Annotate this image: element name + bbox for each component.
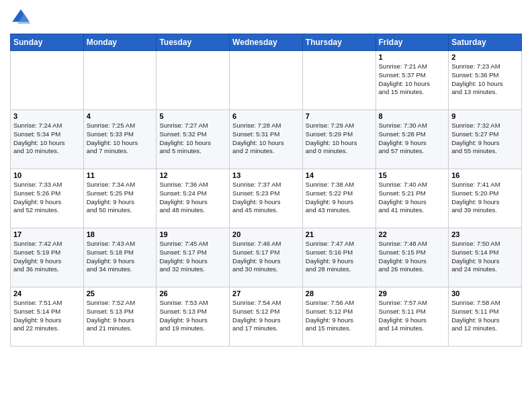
day-info: Sunrise: 7:28 AM Sunset: 5:31 PM Dayligh… [232,122,300,156]
day-cell: 7Sunrise: 7:29 AM Sunset: 5:29 PM Daylig… [302,110,375,169]
day-number: 26 [159,289,226,298]
day-cell: 15Sunrise: 7:40 AM Sunset: 5:21 PM Dayli… [375,169,449,228]
day-info: Sunrise: 7:52 AM Sunset: 5:13 PM Dayligh… [87,299,154,333]
day-info: Sunrise: 7:50 AM Sunset: 5:14 PM Dayligh… [451,240,519,274]
day-cell: 6Sunrise: 7:28 AM Sunset: 5:31 PM Daylig… [230,110,303,169]
day-number: 16 [451,171,519,179]
day-cell: 13Sunrise: 7:37 AM Sunset: 5:23 PM Dayli… [230,169,303,228]
day-info: Sunrise: 7:33 AM Sunset: 5:26 PM Dayligh… [13,181,81,215]
day-cell [11,51,84,110]
col-header-wednesday: Wednesday [230,34,303,51]
col-header-monday: Monday [83,34,157,51]
day-number: 27 [232,289,300,298]
day-number: 9 [451,112,519,120]
day-cell: 17Sunrise: 7:42 AM Sunset: 5:19 PM Dayli… [11,228,84,287]
day-cell: 27Sunrise: 7:54 AM Sunset: 5:12 PM Dayli… [230,287,303,347]
day-number: 3 [13,112,81,120]
day-cell: 2Sunrise: 7:23 AM Sunset: 5:36 PM Daylig… [449,51,522,110]
week-row-5: 24Sunrise: 7:51 AM Sunset: 5:14 PM Dayli… [11,287,522,347]
day-number: 22 [379,230,446,238]
day-info: Sunrise: 7:42 AM Sunset: 5:19 PM Dayligh… [13,240,81,274]
header [10,7,522,28]
day-number: 28 [306,289,373,298]
day-info: Sunrise: 7:41 AM Sunset: 5:20 PM Dayligh… [451,181,519,215]
day-info: Sunrise: 7:37 AM Sunset: 5:23 PM Dayligh… [232,181,300,215]
day-info: Sunrise: 7:23 AM Sunset: 5:36 PM Dayligh… [451,62,519,97]
day-number: 24 [13,289,81,298]
day-info: Sunrise: 7:46 AM Sunset: 5:17 PM Dayligh… [232,240,300,274]
day-number: 11 [87,171,154,179]
day-number: 6 [232,112,300,120]
day-info: Sunrise: 7:40 AM Sunset: 5:21 PM Dayligh… [379,181,446,215]
day-cell: 18Sunrise: 7:43 AM Sunset: 5:18 PM Dayli… [83,228,157,287]
day-info: Sunrise: 7:48 AM Sunset: 5:15 PM Dayligh… [379,240,446,274]
day-info: Sunrise: 7:27 AM Sunset: 5:32 PM Dayligh… [159,122,226,156]
day-number: 30 [451,289,519,298]
day-cell: 1Sunrise: 7:21 AM Sunset: 5:37 PM Daylig… [375,51,449,110]
day-info: Sunrise: 7:58 AM Sunset: 5:11 PM Dayligh… [451,299,519,333]
day-number: 7 [306,112,373,120]
day-info: Sunrise: 7:43 AM Sunset: 5:18 PM Dayligh… [87,240,154,274]
day-info: Sunrise: 7:53 AM Sunset: 5:13 PM Dayligh… [159,299,226,333]
day-number: 19 [159,230,226,238]
day-number: 15 [379,171,446,179]
day-cell: 12Sunrise: 7:36 AM Sunset: 5:24 PM Dayli… [157,169,230,228]
day-number: 21 [306,230,373,238]
day-info: Sunrise: 7:45 AM Sunset: 5:17 PM Dayligh… [159,240,226,274]
day-number: 5 [159,112,226,120]
day-info: Sunrise: 7:24 AM Sunset: 5:34 PM Dayligh… [13,122,81,156]
day-info: Sunrise: 7:38 AM Sunset: 5:22 PM Dayligh… [306,181,373,215]
day-cell: 21Sunrise: 7:47 AM Sunset: 5:16 PM Dayli… [302,228,375,287]
day-number: 23 [451,230,519,238]
day-cell: 9Sunrise: 7:32 AM Sunset: 5:27 PM Daylig… [449,110,522,169]
day-info: Sunrise: 7:36 AM Sunset: 5:24 PM Dayligh… [159,181,226,215]
col-header-tuesday: Tuesday [157,34,230,51]
day-cell: 8Sunrise: 7:30 AM Sunset: 5:28 PM Daylig… [375,110,449,169]
day-cell: 22Sunrise: 7:48 AM Sunset: 5:15 PM Dayli… [375,228,449,287]
day-number: 18 [87,230,154,238]
day-cell: 23Sunrise: 7:50 AM Sunset: 5:14 PM Dayli… [449,228,522,287]
day-cell: 24Sunrise: 7:51 AM Sunset: 5:14 PM Dayli… [11,287,84,347]
day-info: Sunrise: 7:32 AM Sunset: 5:27 PM Dayligh… [451,122,519,156]
day-number: 25 [87,289,154,298]
day-number: 2 [451,53,519,61]
day-cell: 25Sunrise: 7:52 AM Sunset: 5:13 PM Dayli… [83,287,157,347]
day-number: 1 [379,53,446,61]
day-number: 17 [13,230,81,238]
week-row-2: 3Sunrise: 7:24 AM Sunset: 5:34 PM Daylig… [11,110,522,169]
day-cell: 19Sunrise: 7:45 AM Sunset: 5:17 PM Dayli… [157,228,230,287]
day-number: 8 [379,112,446,120]
day-cell: 5Sunrise: 7:27 AM Sunset: 5:32 PM Daylig… [157,110,230,169]
day-cell: 4Sunrise: 7:25 AM Sunset: 5:33 PM Daylig… [83,110,157,169]
day-cell: 16Sunrise: 7:41 AM Sunset: 5:20 PM Dayli… [449,169,522,228]
col-header-friday: Friday [375,34,449,51]
week-row-4: 17Sunrise: 7:42 AM Sunset: 5:19 PM Dayli… [11,228,522,287]
col-header-saturday: Saturday [449,34,522,51]
day-number: 4 [87,112,154,120]
day-cell [302,51,375,110]
day-cell: 29Sunrise: 7:57 AM Sunset: 5:11 PM Dayli… [375,287,449,347]
logo-icon [10,7,32,28]
logo [10,7,34,28]
day-info: Sunrise: 7:30 AM Sunset: 5:28 PM Dayligh… [379,122,446,156]
day-cell: 26Sunrise: 7:53 AM Sunset: 5:13 PM Dayli… [157,287,230,347]
day-cell: 11Sunrise: 7:34 AM Sunset: 5:25 PM Dayli… [83,169,157,228]
day-info: Sunrise: 7:51 AM Sunset: 5:14 PM Dayligh… [13,299,81,333]
day-info: Sunrise: 7:21 AM Sunset: 5:37 PM Dayligh… [379,62,446,97]
page: SundayMondayTuesdayWednesdayThursdayFrid… [0,0,532,411]
day-cell: 3Sunrise: 7:24 AM Sunset: 5:34 PM Daylig… [11,110,84,169]
day-number: 10 [13,171,81,179]
day-info: Sunrise: 7:34 AM Sunset: 5:25 PM Dayligh… [87,181,154,215]
day-cell [157,51,230,110]
day-info: Sunrise: 7:25 AM Sunset: 5:33 PM Dayligh… [87,122,154,156]
col-header-sunday: Sunday [11,34,84,51]
day-info: Sunrise: 7:57 AM Sunset: 5:11 PM Dayligh… [379,299,446,333]
calendar-table: SundayMondayTuesdayWednesdayThursdayFrid… [10,34,522,347]
day-number: 14 [306,171,373,179]
day-cell: 10Sunrise: 7:33 AM Sunset: 5:26 PM Dayli… [11,169,84,228]
day-number: 29 [379,289,446,298]
day-cell: 28Sunrise: 7:56 AM Sunset: 5:12 PM Dayli… [302,287,375,347]
col-header-thursday: Thursday [302,34,375,51]
day-info: Sunrise: 7:29 AM Sunset: 5:29 PM Dayligh… [306,122,373,156]
day-cell: 14Sunrise: 7:38 AM Sunset: 5:22 PM Dayli… [302,169,375,228]
